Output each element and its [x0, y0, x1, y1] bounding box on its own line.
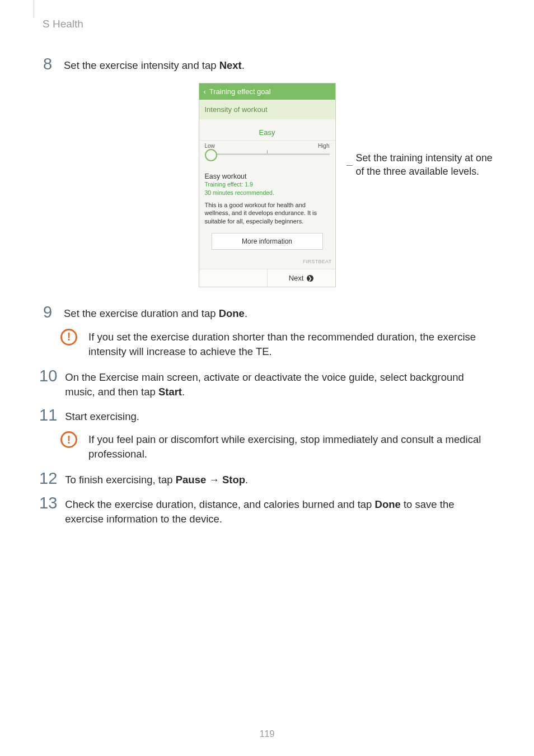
callout-text: Set the training intensity at one of the…: [356, 151, 495, 178]
phone-title: Training effect goal: [209, 87, 271, 96]
scale-low: Low: [205, 143, 215, 149]
slider-tick: [267, 150, 268, 153]
step-number: 9: [39, 304, 56, 320]
step-bold: Done: [375, 498, 401, 510]
caution-icon: !: [60, 329, 77, 346]
caution-icon: !: [60, 431, 77, 448]
step-text: Set the exercise duration and tap: [64, 307, 219, 319]
step-number: 10: [39, 368, 57, 384]
step-13: 13 Check the exercise duration, distance…: [39, 495, 495, 526]
slider-knob[interactable]: [205, 149, 217, 161]
step-12: 12 To finish exercising, tap Pause → Sto…: [39, 470, 495, 487]
figure-row: ‹ Training effect goal Intensity of work…: [39, 83, 495, 287]
step-11: 11 Start exercising.: [39, 407, 495, 424]
step-number: 12: [39, 470, 57, 487]
page-number: 119: [0, 729, 534, 739]
step-number: 13: [39, 495, 57, 511]
callout: Set the training intensity at one of the…: [346, 151, 495, 178]
step-post: .: [242, 59, 245, 71]
workout-name: Easy workout: [199, 172, 335, 180]
next-button[interactable]: Next ❯: [268, 269, 335, 287]
step-8: 8 Set the exercise intensity and tap Nex…: [39, 56, 495, 73]
phone-titlebar[interactable]: ‹ Training effect goal: [199, 83, 335, 100]
step-post: .: [182, 386, 185, 398]
intensity-header: Intensity of workout: [199, 100, 335, 119]
slider-track: [205, 153, 330, 155]
step-bold: Next: [219, 59, 242, 71]
step-post: .: [245, 307, 247, 319]
intensity-slider[interactable]: [205, 150, 330, 167]
page-header: S Health: [43, 18, 83, 30]
more-information-button[interactable]: More information: [212, 233, 323, 250]
notice-text: If you feel pain or discomfort while exe…: [88, 431, 495, 461]
step-text: To finish exercising, tap: [65, 474, 175, 486]
step-bold: Done: [219, 307, 245, 319]
step-text: Check the exercise duration, distance, a…: [65, 498, 374, 510]
brand-label: FIRSTBEAT: [199, 255, 335, 265]
step-9: 9 Set the exercise duration and tap Done…: [39, 304, 495, 321]
step-bold: Stop: [222, 474, 245, 486]
caution-notice: ! If you set the exercise duration short…: [60, 329, 495, 359]
step-post: .: [245, 474, 248, 486]
training-effect-line2: 30 minutes recommended.: [199, 189, 335, 197]
scale-high: High: [318, 143, 330, 149]
step-text: Set the exercise intensity and tap: [64, 59, 219, 71]
callout-leader-line: [346, 165, 353, 166]
next-label: Next: [289, 274, 304, 282]
training-effect-line1: Training effect: 1.9: [199, 180, 335, 189]
footer-blank: [199, 269, 268, 287]
next-arrow-icon: ❯: [307, 275, 313, 282]
step-number: 8: [39, 56, 56, 72]
step-text: Start exercising.: [65, 410, 139, 422]
step-10: 10 On the Exercise main screen, activate…: [39, 368, 495, 399]
step-bold: Start: [158, 386, 182, 398]
caution-notice: ! If you feel pain or discomfort while e…: [60, 431, 495, 461]
step-bold: Pause: [176, 474, 207, 486]
phone-screenshot: ‹ Training effect goal Intensity of work…: [199, 83, 336, 287]
workout-description: This is a good workout for health and we…: [199, 197, 335, 233]
intensity-level-label: Easy: [199, 119, 335, 141]
step-number: 11: [39, 407, 57, 423]
notice-text: If you set the exercise duration shorter…: [88, 329, 495, 359]
arrow-separator: →: [206, 474, 222, 486]
step-text: On the Exercise main screen, activate or…: [65, 371, 464, 398]
back-chevron-icon[interactable]: ‹: [204, 87, 206, 96]
